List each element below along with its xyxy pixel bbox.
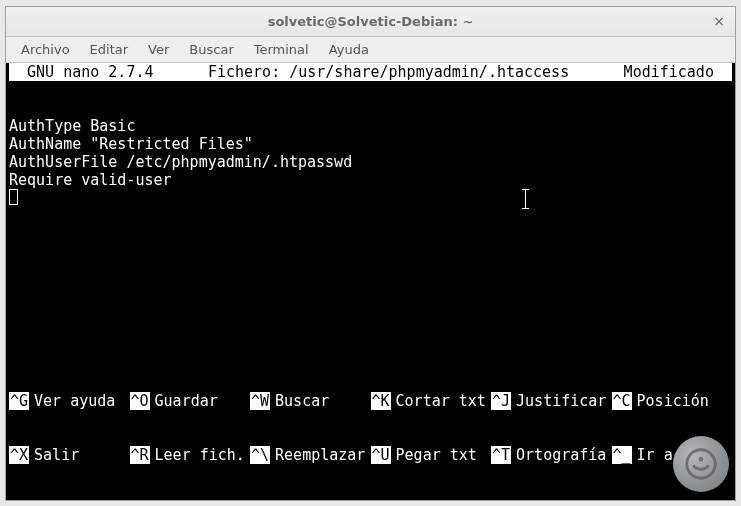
shortcut-label: Buscar xyxy=(275,392,329,410)
shortcut-buscar: ^WBuscar xyxy=(250,392,371,410)
terminal-window: solvetic@Solvetic-Debian: ~ × Archivo Ed… xyxy=(5,6,736,501)
shortcut-key: ^K xyxy=(371,392,391,410)
shortcut-posici-n: ^CPosición xyxy=(612,392,733,410)
shortcut-key: ^_ xyxy=(612,446,632,464)
menu-ver[interactable]: Ver xyxy=(139,39,178,60)
nano-version: GNU nano 2.7.4 xyxy=(9,63,172,81)
shortcut-label: Reemplazar xyxy=(275,446,365,464)
menu-buscar[interactable]: Buscar xyxy=(180,39,242,60)
shortcut-row: ^GVer ayuda^OGuardar^WBuscar^KCortar txt… xyxy=(9,392,732,410)
titlebar: solvetic@Solvetic-Debian: ~ × xyxy=(6,7,735,37)
editor-line: Require valid-user xyxy=(9,171,172,189)
nano-shortcut-bar: ^GVer ayuda^OGuardar^WBuscar^KCortar txt… xyxy=(9,356,732,500)
shortcut-key: ^G xyxy=(9,392,29,410)
editor-line: AuthName "Restricted Files" xyxy=(9,135,253,153)
shortcut-label: Ver ayuda xyxy=(34,392,115,410)
svg-point-1 xyxy=(699,457,703,461)
menu-ayuda[interactable]: Ayuda xyxy=(320,39,378,60)
shortcut-label: Pegar txt xyxy=(396,446,477,464)
text-cursor xyxy=(9,189,18,205)
shortcut-key: ^T xyxy=(491,446,511,464)
svg-point-0 xyxy=(687,450,716,479)
terminal-viewport[interactable]: GNU nano 2.7.4 Fichero: /usr/share/phpmy… xyxy=(6,63,735,500)
nano-status: Modificado xyxy=(606,63,732,81)
menu-editar[interactable]: Editar xyxy=(81,39,138,60)
shortcut-key: ^X xyxy=(9,446,29,464)
shortcut-label: Salir xyxy=(34,446,79,464)
window-title: solvetic@Solvetic-Debian: ~ xyxy=(268,14,474,29)
editor-content[interactable]: AuthType Basic AuthName "Restricted File… xyxy=(9,81,732,227)
shortcut-justificar: ^JJustificar xyxy=(491,392,612,410)
shortcut-pegar-txt: ^UPegar txt xyxy=(371,446,492,464)
shortcut-ortograf-a: ^TOrtografía xyxy=(491,446,612,464)
shortcut-leer-fich-: ^RLeer fich. xyxy=(130,446,251,464)
shortcut-label: Leer fich. xyxy=(155,446,245,464)
menu-terminal[interactable]: Terminal xyxy=(245,39,318,60)
menu-archivo[interactable]: Archivo xyxy=(12,39,79,60)
shortcut-key: ^O xyxy=(130,392,150,410)
shortcut-key: ^R xyxy=(130,446,150,464)
shortcut-key: ^U xyxy=(371,446,391,464)
menubar: Archivo Editar Ver Buscar Terminal Ayuda xyxy=(6,37,735,63)
shortcut-reemplazar: ^\Reemplazar xyxy=(250,446,371,464)
close-icon[interactable]: × xyxy=(711,14,727,30)
shortcut-cortar-txt: ^KCortar txt xyxy=(371,392,492,410)
shortcut-key: ^\ xyxy=(250,446,270,464)
shortcut-guardar: ^OGuardar xyxy=(130,392,251,410)
watermark-emblem-icon xyxy=(673,436,729,492)
shortcut-label: Justificar xyxy=(516,392,606,410)
shortcut-label: Cortar txt xyxy=(396,392,486,410)
shortcut-label: Posición xyxy=(637,392,709,410)
shortcut-label: Guardar xyxy=(155,392,218,410)
editor-line: AuthType Basic xyxy=(9,117,135,135)
editor-line: AuthUserFile /etc/phpmyadmin/.htpasswd xyxy=(9,153,352,171)
shortcut-label: Ortografía xyxy=(516,446,606,464)
shortcut-ver-ayuda: ^GVer ayuda xyxy=(9,392,130,410)
shortcut-key: ^W xyxy=(250,392,270,410)
shortcut-key: ^J xyxy=(491,392,511,410)
shortcut-salir: ^XSalir xyxy=(9,446,130,464)
shortcut-key: ^C xyxy=(612,392,632,410)
nano-file: Fichero: /usr/share/phpmyadmin/.htaccess xyxy=(172,63,606,81)
shortcut-row: ^XSalir^RLeer fich.^\Reemplazar^UPegar t… xyxy=(9,446,732,464)
nano-header: GNU nano 2.7.4 Fichero: /usr/share/phpmy… xyxy=(9,63,732,81)
